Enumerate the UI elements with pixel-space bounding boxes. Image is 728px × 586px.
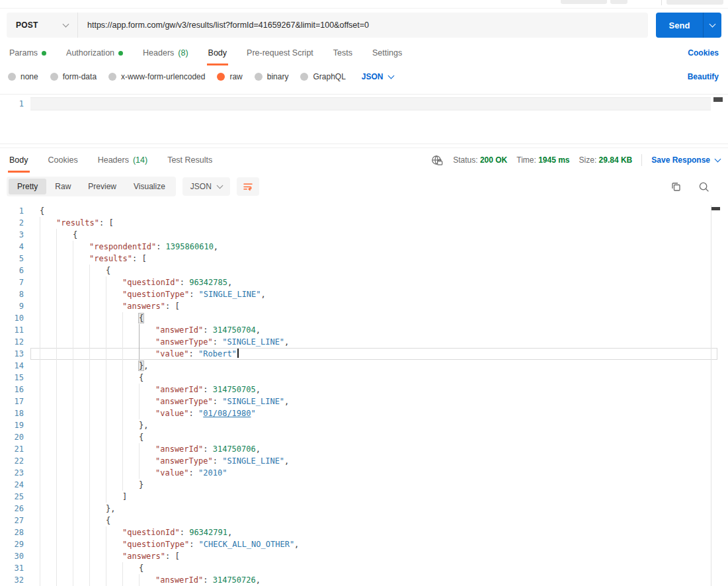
line-content: "answerId": 314750705,: [30, 384, 717, 396]
request-tab-body[interactable]: Body: [207, 43, 229, 65]
indent-guide: [73, 538, 89, 550]
indent-guide: [73, 265, 89, 276]
response-language-label: JSON: [190, 182, 212, 191]
body-mode-x-www-form-urlencoded[interactable]: x-www-form-urlencoded: [108, 72, 205, 81]
indent-guide: [106, 467, 122, 479]
response-scrollbar-track[interactable]: [711, 205, 711, 586]
search-icon: [698, 181, 709, 192]
indent-guide: [56, 538, 73, 550]
indent-guide: [139, 407, 155, 419]
token-p: :: [180, 278, 189, 287]
send-button[interactable]: Send: [656, 13, 721, 38]
line-content: "results": [: [30, 253, 717, 265]
cropped-button[interactable]: [561, 0, 607, 4]
token-p: :: [156, 242, 165, 251]
body-mode-none[interactable]: none: [8, 72, 38, 81]
beautify-link[interactable]: Beautify: [686, 72, 720, 81]
line-number: 31: [0, 562, 30, 574]
send-options-arrow[interactable]: [703, 13, 721, 38]
size-value: 29.84 KB: [599, 155, 633, 165]
body-mode-raw[interactable]: raw: [217, 72, 242, 81]
token-n: 96342791: [189, 528, 227, 537]
copy-icon: [670, 181, 682, 192]
indent-guide: [106, 372, 122, 384]
response-body-viewer[interactable]: 1{2"results": [3{4"respondentId": 139586…: [0, 200, 728, 586]
url-field: [78, 13, 648, 38]
code-line-20: 20{: [0, 431, 728, 443]
request-tab-headers[interactable]: Headers(8): [142, 43, 190, 65]
code-line-32: 32"answerId": 314750726,: [0, 574, 728, 586]
view-tab-pretty[interactable]: Pretty: [9, 179, 46, 194]
token-s: "Robert": [198, 349, 237, 358]
indent-guide: [40, 515, 56, 526]
response-code-lines: 1{2"results": [3{4"respondentId": 139586…: [0, 205, 728, 586]
radio-icon: [217, 73, 225, 81]
indent-guide: [56, 336, 73, 348]
token-p: {: [139, 564, 143, 573]
view-tab-raw[interactable]: Raw: [46, 179, 79, 194]
code-line-14: 14},: [0, 360, 728, 372]
url-input[interactable]: [78, 21, 648, 30]
code-line-13: 13"value": "Robert": [0, 348, 728, 360]
indent-guide: [56, 526, 73, 538]
response-tab-body[interactable]: Body: [8, 150, 30, 173]
view-tab-visualize[interactable]: Visualize: [125, 179, 174, 194]
indent-guide: [89, 360, 106, 372]
request-body-editor[interactable]: 1: [0, 94, 728, 144]
request-tab-authorization[interactable]: Authorization: [65, 43, 124, 65]
indent-guide: [89, 396, 106, 407]
line-content: "answerId": 314750704,: [30, 324, 717, 336]
body-mode-graphql[interactable]: GraphQL: [300, 72, 345, 81]
response-tab-headers[interactable]: Headers(14): [97, 150, 149, 173]
editor-scrollbar-thumb[interactable]: [713, 97, 723, 102]
request-tab-params[interactable]: Params: [8, 43, 48, 65]
indent-guide: [73, 348, 89, 360]
indent-guide: [40, 288, 56, 300]
body-mode-form-data[interactable]: form-data: [50, 72, 97, 81]
cookies-link[interactable]: Cookies: [686, 43, 720, 65]
token-p: },: [139, 421, 148, 430]
copy-button[interactable]: [667, 178, 684, 195]
indent-guide: [40, 491, 56, 503]
code-line-30: 30"answers": [: [0, 550, 728, 562]
indent-guide: [40, 276, 56, 288]
cropped-button[interactable]: [667, 0, 723, 5]
response-language-dropdown[interactable]: JSON: [182, 177, 230, 196]
body-language-dropdown[interactable]: JSON: [362, 72, 393, 81]
response-tab-cookies[interactable]: Cookies: [47, 150, 79, 173]
response-toolbar: PrettyRawPreviewVisualize JSON: [0, 173, 728, 200]
token-p: ,: [284, 337, 289, 347]
wrap-lines-button[interactable]: [237, 177, 259, 196]
indent-guide: [56, 312, 73, 324]
line-number: 13: [0, 348, 30, 360]
indent-guide: [73, 515, 89, 526]
response-scrollbar-thumb[interactable]: [711, 207, 720, 210]
response-tab-test-results[interactable]: Test Results: [166, 150, 214, 173]
body-mode-binary[interactable]: binary: [255, 72, 289, 81]
indent-guide: [122, 431, 139, 443]
request-tab-settings[interactable]: Settings: [371, 43, 403, 65]
indent-guide: [40, 324, 56, 336]
token-k: "answerId": [155, 385, 203, 394]
cropped-button[interactable]: [610, 0, 627, 4]
line-content: "answers": [: [30, 550, 717, 562]
indent-guide: [139, 336, 155, 348]
code-line-1: 1{: [0, 205, 728, 217]
indent-guide: [89, 312, 106, 324]
line-content: {: [30, 265, 717, 276]
indent-guide: [122, 336, 139, 348]
token-n: 314750704: [213, 325, 256, 335]
request-tab-pre-request-script[interactable]: Pre-request Script: [245, 43, 315, 65]
indent-guide: [56, 574, 73, 586]
indent-guide: [40, 538, 56, 550]
method-dropdown[interactable]: POST: [7, 13, 78, 38]
search-button[interactable]: [695, 178, 712, 195]
token-p: :: [203, 575, 212, 585]
save-response-button[interactable]: Save Response: [651, 155, 720, 165]
request-tab-tests[interactable]: Tests: [332, 43, 354, 65]
token-p: : [: [132, 254, 147, 263]
view-tab-preview[interactable]: Preview: [79, 179, 125, 194]
body-mode-label: raw: [229, 72, 242, 81]
indent-guide: [106, 538, 122, 550]
indent-guide: [122, 348, 139, 360]
